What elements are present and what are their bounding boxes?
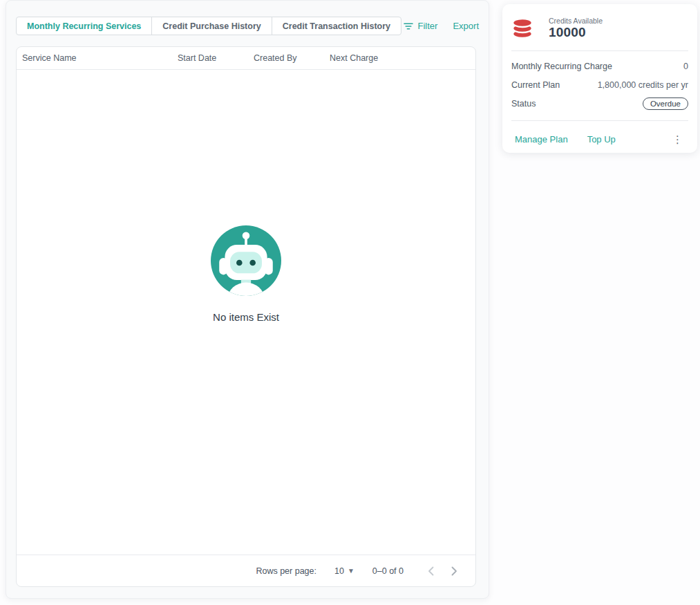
current-plan-value: 1,800,000 credits per yr bbox=[598, 80, 688, 90]
current-plan-row: Current Plan 1,800,000 credits per yr bbox=[511, 75, 688, 94]
pagination-bar: Rows per page: 10 ▼ 0–0 of 0 bbox=[17, 555, 475, 586]
empty-state: No items Exist bbox=[211, 225, 281, 323]
credits-header: Credits Available 10000 bbox=[511, 14, 688, 43]
top-up-link[interactable]: Top Up bbox=[587, 134, 616, 145]
monthly-recurring-charge-value: 0 bbox=[683, 62, 688, 71]
tab-monthly-recurring-services[interactable]: Monthly Recurring Services bbox=[16, 17, 152, 35]
toolbar: Filter Export bbox=[403, 21, 479, 31]
billing-main-panel: Monthly Recurring Services Credit Purcha… bbox=[6, 0, 489, 599]
credits-detail-rows: Monthly Recurring Charge 0 Current Plan … bbox=[511, 51, 688, 113]
previous-page-button[interactable] bbox=[422, 562, 439, 580]
chevron-left-icon bbox=[428, 566, 434, 576]
table-body: No items Exist bbox=[17, 70, 475, 555]
credits-summary-card: Credits Available 10000 Monthly Recurrin… bbox=[502, 4, 697, 153]
kebab-menu-icon[interactable]: ⋮ bbox=[668, 131, 687, 147]
tab-credit-purchase-history[interactable]: Credit Purchase History bbox=[151, 17, 272, 35]
filter-label: Filter bbox=[418, 21, 438, 31]
services-table: Service Name Start Date Created By Next … bbox=[16, 46, 476, 587]
filter-button[interactable]: Filter bbox=[403, 21, 438, 31]
credits-card-actions: Manage Plan Top Up ⋮ bbox=[511, 121, 688, 157]
export-label: Export bbox=[453, 21, 479, 31]
coins-stack-icon bbox=[511, 18, 533, 39]
pagination-buttons bbox=[422, 562, 463, 580]
tabs-toolbar-row: Monthly Recurring Services Credit Purcha… bbox=[16, 17, 479, 35]
tab-credit-transaction-history[interactable]: Credit Transaction History bbox=[272, 17, 401, 35]
rows-per-page-value: 10 bbox=[334, 566, 344, 576]
table-header-row: Service Name Start Date Created By Next … bbox=[17, 47, 475, 70]
rows-per-page-label: Rows per page: bbox=[256, 566, 316, 576]
credits-available-label: Credits Available bbox=[549, 17, 603, 25]
monthly-recurring-charge-label: Monthly Recurring Charge bbox=[511, 62, 612, 71]
column-header-created-by: Created By bbox=[254, 53, 330, 63]
filter-icon bbox=[403, 21, 414, 31]
rows-per-page-select[interactable]: 10 ▼ bbox=[334, 566, 354, 576]
manage-plan-link[interactable]: Manage Plan bbox=[515, 134, 568, 145]
credits-available-value: 10000 bbox=[549, 25, 603, 40]
chevron-right-icon bbox=[451, 566, 457, 576]
dropdown-arrow-icon: ▼ bbox=[348, 567, 354, 575]
pagination-range-label: 0–0 of 0 bbox=[372, 566, 404, 576]
robot-icon bbox=[211, 225, 281, 296]
export-button[interactable]: Export bbox=[453, 21, 479, 31]
current-plan-label: Current Plan bbox=[511, 80, 560, 90]
next-page-button[interactable] bbox=[445, 562, 463, 580]
status-row: Status Overdue bbox=[511, 94, 688, 113]
tab-group: Monthly Recurring Services Credit Purcha… bbox=[16, 17, 401, 35]
status-label: Status bbox=[511, 99, 536, 109]
monthly-recurring-charge-row: Monthly Recurring Charge 0 bbox=[511, 57, 688, 75]
column-header-next-charge: Next Charge bbox=[330, 53, 475, 63]
column-header-start-date: Start Date bbox=[178, 53, 254, 63]
status-badge: Overdue bbox=[643, 97, 688, 110]
column-header-service-name: Service Name bbox=[22, 53, 178, 63]
empty-state-text: No items Exist bbox=[213, 311, 279, 323]
